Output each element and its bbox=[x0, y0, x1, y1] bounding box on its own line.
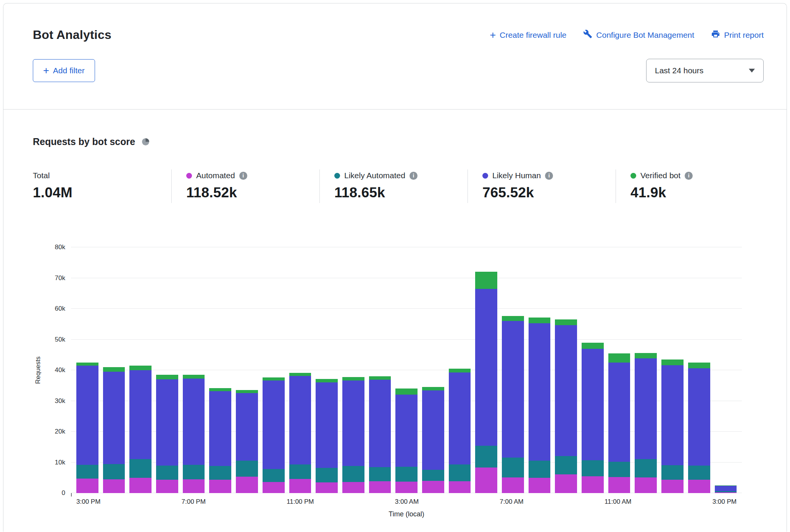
printer-icon bbox=[711, 29, 720, 40]
bar-3[interactable] bbox=[156, 375, 178, 493]
bar-segment bbox=[316, 468, 338, 482]
stat-likely-human-label: Likely Human bbox=[492, 171, 541, 180]
info-icon[interactable]: i bbox=[685, 172, 693, 180]
stats-row: Total 1.04M Automated i 118.52k Likely A… bbox=[33, 169, 764, 203]
bar-segment bbox=[103, 479, 125, 493]
stat-automated: Automated i 118.52k bbox=[171, 169, 319, 203]
bar-segment bbox=[369, 376, 391, 380]
x-tick-cell bbox=[131, 498, 152, 506]
bar-15[interactable] bbox=[475, 272, 497, 493]
bar-segment bbox=[289, 464, 311, 479]
add-filter-button[interactable]: + Add filter bbox=[33, 59, 95, 82]
x-tick-label: 7:00 PM bbox=[182, 498, 206, 506]
bar-segment bbox=[529, 323, 551, 461]
bar-segment bbox=[156, 466, 178, 480]
bar-segment bbox=[183, 375, 205, 379]
stat-verified-bot: Verified bot i 41.9k bbox=[616, 169, 764, 203]
bar-2[interactable] bbox=[129, 366, 152, 493]
bar-segment bbox=[342, 377, 364, 380]
time-range-value: Last 24 hours bbox=[655, 66, 703, 75]
plus-icon: + bbox=[490, 31, 496, 39]
bar-segment bbox=[582, 349, 604, 460]
bar-segment bbox=[103, 367, 125, 372]
bar-1[interactable] bbox=[103, 367, 125, 493]
bar-segment bbox=[582, 460, 604, 476]
x-tick-cell: 11:00 AM bbox=[605, 498, 632, 506]
create-firewall-rule-link[interactable]: + Create firewall rule bbox=[490, 31, 566, 40]
bar-7[interactable] bbox=[263, 377, 285, 493]
x-tick-cell bbox=[236, 498, 257, 506]
bar-segment bbox=[209, 466, 231, 479]
bar-segment bbox=[555, 456, 577, 474]
bar-21[interactable] bbox=[635, 353, 657, 493]
bar-segment bbox=[475, 446, 497, 468]
wrench-icon bbox=[583, 29, 592, 40]
y-tick-label: 30k bbox=[55, 397, 65, 405]
x-tick-cell bbox=[319, 498, 340, 506]
bar-segment bbox=[183, 379, 205, 465]
bar-22[interactable] bbox=[661, 360, 684, 493]
bar-24[interactable] bbox=[715, 485, 737, 493]
bar-segment bbox=[129, 478, 152, 493]
bar-segment bbox=[183, 479, 205, 493]
x-tick-label: 11:00 AM bbox=[605, 498, 632, 506]
bar-segment bbox=[369, 467, 391, 481]
x-tick-cell bbox=[579, 498, 600, 506]
stat-verified-bot-value: 41.9k bbox=[630, 185, 756, 201]
info-icon[interactable]: i bbox=[545, 172, 553, 180]
stat-total-label: Total bbox=[33, 171, 50, 180]
bar-segment bbox=[76, 363, 98, 366]
bar-11[interactable] bbox=[369, 376, 391, 493]
bar-segment bbox=[129, 366, 152, 370]
info-icon[interactable]: i bbox=[239, 172, 247, 180]
x-tick-label: 3:00 PM bbox=[76, 498, 100, 506]
bar-segment bbox=[209, 480, 231, 493]
bar-segment bbox=[263, 380, 285, 469]
time-range-dropdown[interactable]: Last 24 hours bbox=[646, 59, 764, 82]
print-report-link[interactable]: Print report bbox=[711, 29, 764, 40]
bar-0[interactable] bbox=[76, 363, 98, 493]
info-icon[interactable]: i bbox=[410, 172, 418, 180]
x-tick-cell bbox=[661, 498, 682, 506]
bar-segment bbox=[502, 321, 524, 458]
bar-20[interactable] bbox=[608, 353, 630, 493]
x-tick-cell bbox=[261, 498, 282, 506]
bar-segment bbox=[608, 477, 630, 493]
bar-segment bbox=[449, 464, 471, 481]
x-tick-cell bbox=[210, 498, 231, 506]
bar-8[interactable] bbox=[289, 373, 311, 493]
bar-segment bbox=[661, 360, 684, 365]
bar-segment bbox=[422, 470, 444, 481]
bar-segment bbox=[635, 358, 657, 459]
pie-chart-icon bbox=[141, 137, 150, 147]
bar-6[interactable] bbox=[236, 390, 258, 493]
bar-14[interactable] bbox=[449, 369, 471, 493]
bar-16[interactable] bbox=[502, 316, 524, 493]
stat-verified-bot-label: Verified bot bbox=[640, 171, 680, 180]
configure-bot-management-link[interactable]: Configure Bot Management bbox=[583, 29, 694, 40]
bar-segment bbox=[688, 368, 710, 465]
bar-4[interactable] bbox=[183, 375, 205, 493]
bar-segment bbox=[236, 393, 258, 461]
bar-13[interactable] bbox=[422, 387, 444, 493]
bar-segment bbox=[529, 478, 551, 493]
bar-segment bbox=[289, 373, 311, 376]
x-tick-cell bbox=[687, 498, 708, 506]
add-filter-label: Add filter bbox=[53, 66, 85, 75]
bar-segment bbox=[635, 477, 657, 493]
x-tick-cell bbox=[474, 498, 495, 506]
bar-9[interactable] bbox=[316, 379, 338, 493]
chart-bars[interactable] bbox=[71, 247, 742, 493]
bar-10[interactable] bbox=[342, 377, 364, 493]
bar-23[interactable] bbox=[688, 363, 710, 493]
add-filter-plus-icon: + bbox=[43, 67, 49, 74]
bar-5[interactable] bbox=[209, 388, 231, 493]
bar-18[interactable] bbox=[555, 319, 577, 493]
bar-segment bbox=[289, 479, 311, 493]
bar-17[interactable] bbox=[529, 318, 551, 493]
bar-segment bbox=[103, 464, 125, 479]
bar-12[interactable] bbox=[395, 389, 418, 493]
bar-segment bbox=[475, 289, 497, 446]
bar-19[interactable] bbox=[582, 343, 604, 493]
bar-segment bbox=[582, 343, 604, 349]
